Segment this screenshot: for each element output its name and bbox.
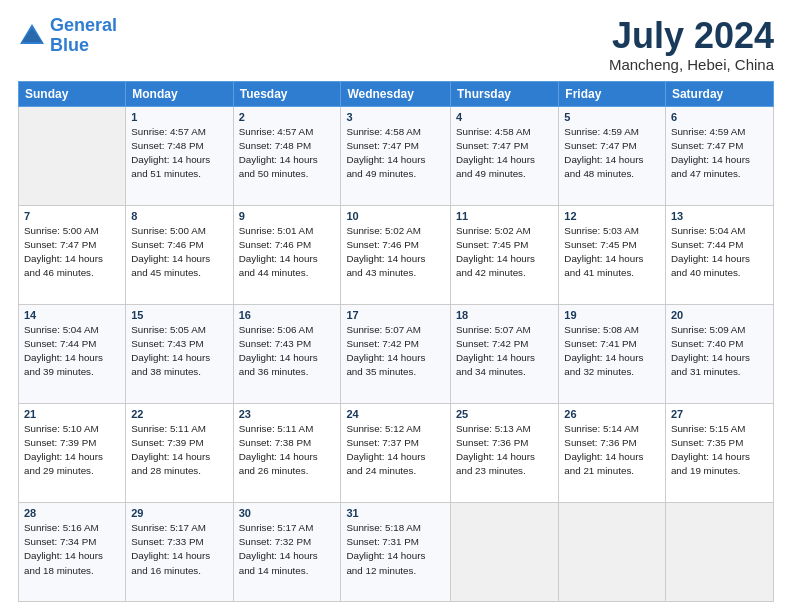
day-number: 14	[24, 309, 120, 321]
day-number: 31	[346, 507, 445, 519]
calendar-cell: 12Sunrise: 5:03 AM Sunset: 7:45 PM Dayli…	[559, 205, 666, 304]
day-info: Sunrise: 4:59 AM Sunset: 7:47 PM Dayligh…	[671, 125, 768, 182]
day-info: Sunrise: 5:17 AM Sunset: 7:33 PM Dayligh…	[131, 521, 227, 578]
calendar-cell: 29Sunrise: 5:17 AM Sunset: 7:33 PM Dayli…	[126, 502, 233, 601]
day-number: 6	[671, 111, 768, 123]
calendar-cell: 27Sunrise: 5:15 AM Sunset: 7:35 PM Dayli…	[665, 403, 773, 502]
day-number: 20	[671, 309, 768, 321]
day-number: 21	[24, 408, 120, 420]
day-number: 23	[239, 408, 336, 420]
day-number: 9	[239, 210, 336, 222]
day-number: 4	[456, 111, 553, 123]
day-number: 11	[456, 210, 553, 222]
calendar-table: SundayMondayTuesdayWednesdayThursdayFrid…	[18, 81, 774, 602]
header: General Blue July 2024 Mancheng, Hebei, …	[18, 16, 774, 73]
day-info: Sunrise: 5:05 AM Sunset: 7:43 PM Dayligh…	[131, 323, 227, 380]
day-info: Sunrise: 4:58 AM Sunset: 7:47 PM Dayligh…	[346, 125, 445, 182]
calendar-cell: 13Sunrise: 5:04 AM Sunset: 7:44 PM Dayli…	[665, 205, 773, 304]
calendar-cell: 15Sunrise: 5:05 AM Sunset: 7:43 PM Dayli…	[126, 304, 233, 403]
day-number: 24	[346, 408, 445, 420]
day-number: 2	[239, 111, 336, 123]
calendar-cell: 31Sunrise: 5:18 AM Sunset: 7:31 PM Dayli…	[341, 502, 451, 601]
calendar-cell: 28Sunrise: 5:16 AM Sunset: 7:34 PM Dayli…	[19, 502, 126, 601]
day-number: 10	[346, 210, 445, 222]
day-number: 28	[24, 507, 120, 519]
weekday-header-sunday: Sunday	[19, 81, 126, 106]
day-info: Sunrise: 5:02 AM Sunset: 7:46 PM Dayligh…	[346, 224, 445, 281]
day-number: 1	[131, 111, 227, 123]
day-info: Sunrise: 4:57 AM Sunset: 7:48 PM Dayligh…	[131, 125, 227, 182]
weekday-header-tuesday: Tuesday	[233, 81, 341, 106]
calendar-cell	[665, 502, 773, 601]
day-number: 13	[671, 210, 768, 222]
weekday-header-wednesday: Wednesday	[341, 81, 451, 106]
calendar-cell: 23Sunrise: 5:11 AM Sunset: 7:38 PM Dayli…	[233, 403, 341, 502]
day-info: Sunrise: 5:07 AM Sunset: 7:42 PM Dayligh…	[456, 323, 553, 380]
calendar-cell: 16Sunrise: 5:06 AM Sunset: 7:43 PM Dayli…	[233, 304, 341, 403]
weekday-header-saturday: Saturday	[665, 81, 773, 106]
main-title: July 2024	[609, 16, 774, 56]
calendar-cell: 25Sunrise: 5:13 AM Sunset: 7:36 PM Dayli…	[451, 403, 559, 502]
day-number: 29	[131, 507, 227, 519]
day-number: 8	[131, 210, 227, 222]
weekday-header-monday: Monday	[126, 81, 233, 106]
calendar-cell: 30Sunrise: 5:17 AM Sunset: 7:32 PM Dayli…	[233, 502, 341, 601]
calendar-cell: 14Sunrise: 5:04 AM Sunset: 7:44 PM Dayli…	[19, 304, 126, 403]
day-number: 3	[346, 111, 445, 123]
day-number: 17	[346, 309, 445, 321]
day-info: Sunrise: 4:57 AM Sunset: 7:48 PM Dayligh…	[239, 125, 336, 182]
day-number: 30	[239, 507, 336, 519]
day-info: Sunrise: 5:16 AM Sunset: 7:34 PM Dayligh…	[24, 521, 120, 578]
day-info: Sunrise: 5:00 AM Sunset: 7:47 PM Dayligh…	[24, 224, 120, 281]
day-info: Sunrise: 4:58 AM Sunset: 7:47 PM Dayligh…	[456, 125, 553, 182]
day-info: Sunrise: 5:10 AM Sunset: 7:39 PM Dayligh…	[24, 422, 120, 479]
calendar-cell: 10Sunrise: 5:02 AM Sunset: 7:46 PM Dayli…	[341, 205, 451, 304]
day-info: Sunrise: 5:15 AM Sunset: 7:35 PM Dayligh…	[671, 422, 768, 479]
page: General Blue July 2024 Mancheng, Hebei, …	[0, 0, 792, 612]
day-number: 7	[24, 210, 120, 222]
logo: General Blue	[18, 16, 117, 56]
day-number: 18	[456, 309, 553, 321]
day-info: Sunrise: 5:01 AM Sunset: 7:46 PM Dayligh…	[239, 224, 336, 281]
calendar-cell: 7Sunrise: 5:00 AM Sunset: 7:47 PM Daylig…	[19, 205, 126, 304]
day-info: Sunrise: 5:08 AM Sunset: 7:41 PM Dayligh…	[564, 323, 660, 380]
calendar-cell	[451, 502, 559, 601]
day-info: Sunrise: 5:12 AM Sunset: 7:37 PM Dayligh…	[346, 422, 445, 479]
calendar-cell: 19Sunrise: 5:08 AM Sunset: 7:41 PM Dayli…	[559, 304, 666, 403]
day-info: Sunrise: 5:11 AM Sunset: 7:38 PM Dayligh…	[239, 422, 336, 479]
day-info: Sunrise: 5:11 AM Sunset: 7:39 PM Dayligh…	[131, 422, 227, 479]
calendar-cell: 20Sunrise: 5:09 AM Sunset: 7:40 PM Dayli…	[665, 304, 773, 403]
title-block: July 2024 Mancheng, Hebei, China	[609, 16, 774, 73]
day-number: 5	[564, 111, 660, 123]
calendar-cell: 5Sunrise: 4:59 AM Sunset: 7:47 PM Daylig…	[559, 106, 666, 205]
subtitle: Mancheng, Hebei, China	[609, 56, 774, 73]
day-number: 12	[564, 210, 660, 222]
day-info: Sunrise: 5:06 AM Sunset: 7:43 PM Dayligh…	[239, 323, 336, 380]
day-info: Sunrise: 5:03 AM Sunset: 7:45 PM Dayligh…	[564, 224, 660, 281]
day-info: Sunrise: 5:04 AM Sunset: 7:44 PM Dayligh…	[671, 224, 768, 281]
day-info: Sunrise: 5:07 AM Sunset: 7:42 PM Dayligh…	[346, 323, 445, 380]
logo-text: General Blue	[50, 16, 117, 56]
calendar-cell	[19, 106, 126, 205]
calendar-cell: 3Sunrise: 4:58 AM Sunset: 7:47 PM Daylig…	[341, 106, 451, 205]
day-info: Sunrise: 5:02 AM Sunset: 7:45 PM Dayligh…	[456, 224, 553, 281]
day-info: Sunrise: 5:04 AM Sunset: 7:44 PM Dayligh…	[24, 323, 120, 380]
day-info: Sunrise: 5:00 AM Sunset: 7:46 PM Dayligh…	[131, 224, 227, 281]
day-number: 15	[131, 309, 227, 321]
day-number: 25	[456, 408, 553, 420]
weekday-header-thursday: Thursday	[451, 81, 559, 106]
weekday-header-friday: Friday	[559, 81, 666, 106]
svg-marker-1	[22, 28, 42, 42]
day-info: Sunrise: 5:09 AM Sunset: 7:40 PM Dayligh…	[671, 323, 768, 380]
day-info: Sunrise: 5:18 AM Sunset: 7:31 PM Dayligh…	[346, 521, 445, 578]
calendar-cell: 21Sunrise: 5:10 AM Sunset: 7:39 PM Dayli…	[19, 403, 126, 502]
calendar-cell: 2Sunrise: 4:57 AM Sunset: 7:48 PM Daylig…	[233, 106, 341, 205]
day-number: 27	[671, 408, 768, 420]
calendar-cell: 8Sunrise: 5:00 AM Sunset: 7:46 PM Daylig…	[126, 205, 233, 304]
calendar-cell: 26Sunrise: 5:14 AM Sunset: 7:36 PM Dayli…	[559, 403, 666, 502]
day-number: 19	[564, 309, 660, 321]
day-info: Sunrise: 4:59 AM Sunset: 7:47 PM Dayligh…	[564, 125, 660, 182]
calendar-cell: 4Sunrise: 4:58 AM Sunset: 7:47 PM Daylig…	[451, 106, 559, 205]
day-info: Sunrise: 5:13 AM Sunset: 7:36 PM Dayligh…	[456, 422, 553, 479]
day-number: 16	[239, 309, 336, 321]
